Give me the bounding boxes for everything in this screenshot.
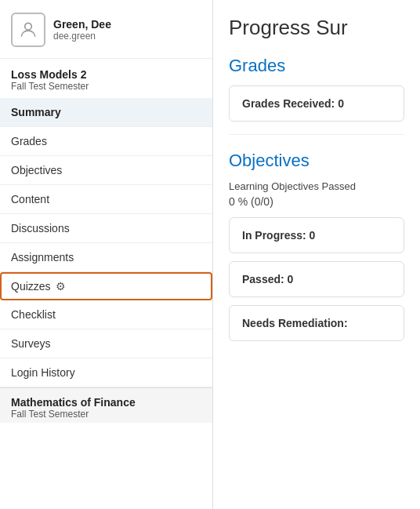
user-name: Green, Dee [53,18,111,31]
sidebar-item-assignments[interactable]: Assignments [0,243,212,272]
sidebar-item-content[interactable]: Content [0,185,212,214]
course2-section: Mathematics of Finance Fall Test Semeste… [0,387,212,423]
grades-section-title: Grades [229,56,404,76]
in-progress-card: In Progress: 0 [229,217,404,253]
passed-card: Passed: 0 [229,261,404,297]
page-title: Progress Sur [229,16,404,40]
nav-list: Summary Grades Objectives Content Discus… [0,98,212,387]
objectives-section-title: Objectives [229,151,404,171]
main-content: Progress Sur Grades Grades Received: 0 O… [213,0,420,509]
sidebar-item-login-history[interactable]: Login History [0,358,212,387]
section-divider [229,134,404,135]
course1-semester: Fall Test Semester [11,81,201,92]
quizzes-settings-icon: ⚙ [56,280,66,293]
sidebar-item-surveys[interactable]: Surveys [0,329,212,358]
grades-section: Grades Grades Received: 0 [229,56,404,122]
objectives-section: Objectives Learning Objectives Passed 0 … [229,151,404,341]
course2-semester: Fall Test Semester [11,409,201,420]
quizzes-label: Quizzes [11,280,51,293]
needs-remediation-card: Needs Remediation: [229,305,404,341]
user-login: dee.green [53,31,111,42]
course1-section: Loss Models 2 Fall Test Semester [0,59,212,98]
sidebar-item-quizzes[interactable]: Quizzes ⚙ [0,272,212,300]
user-info: Green, Dee dee.green [53,18,111,42]
sidebar-item-checklist[interactable]: Checklist [0,300,212,329]
sidebar-item-discussions[interactable]: Discussions [0,214,212,243]
course1-title: Loss Models 2 [11,68,201,81]
objectives-subtitle: Learning Objectives Passed [229,180,404,192]
sidebar: Green, Dee dee.green Loss Models 2 Fall … [0,0,213,509]
avatar [11,13,45,47]
svg-point-0 [25,23,32,30]
objectives-percent: 0 % (0/0) [229,195,404,208]
sidebar-item-grades[interactable]: Grades [0,127,212,156]
sidebar-item-summary[interactable]: Summary [0,98,212,127]
course2-title: Mathematics of Finance [11,396,201,409]
grades-received-card: Grades Received: 0 [229,85,404,122]
user-section: Green, Dee dee.green [0,0,212,59]
sidebar-item-objectives[interactable]: Objectives [0,156,212,185]
